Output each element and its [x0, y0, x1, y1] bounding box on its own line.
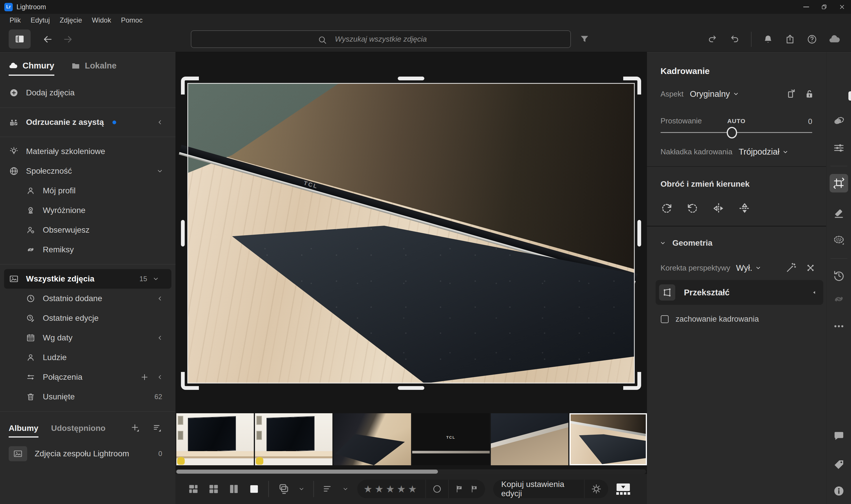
- chevron-down-icon[interactable]: [152, 275, 160, 283]
- filmstrip-thumb-2[interactable]: [255, 413, 333, 465]
- search-input[interactable]: [191, 31, 570, 48]
- remix-icon[interactable]: [830, 290, 848, 308]
- keep-crop-checkbox[interactable]: [661, 315, 669, 323]
- transform-row[interactable]: Przekształć: [656, 280, 823, 305]
- redo-icon[interactable]: [707, 34, 718, 45]
- crop-handle-bottom[interactable]: [398, 386, 424, 390]
- auto-perspective-wand-icon[interactable]: [785, 262, 797, 274]
- menu-pomoc[interactable]: Pomoc: [116, 15, 147, 26]
- more-icon[interactable]: [830, 317, 848, 336]
- crop-handle-right[interactable]: [637, 220, 641, 247]
- rotate-ccw-button[interactable]: [685, 200, 701, 216]
- rotate-cw-button[interactable]: [658, 200, 675, 216]
- star-icon[interactable]: ★: [364, 480, 375, 498]
- sidebar-item-wg-daty[interactable]: Wg daty: [0, 328, 175, 348]
- filmstrip-thumb-3[interactable]: [334, 413, 411, 465]
- search-box[interactable]: [191, 30, 571, 48]
- chevron-left-icon[interactable]: [156, 334, 164, 342]
- restore-button[interactable]: [815, 0, 833, 14]
- share-icon[interactable]: [784, 34, 796, 45]
- filmstrip-scrollbar[interactable]: [175, 469, 646, 474]
- tab-lokalne[interactable]: Lokalne: [71, 61, 117, 76]
- filmstrip-thumb-1[interactable]: [176, 413, 254, 465]
- menu-zdjęcie[interactable]: Zdjęcie: [55, 15, 87, 26]
- back-button[interactable]: [41, 33, 54, 46]
- edit-sliders-icon[interactable]: [830, 139, 848, 157]
- sidebar-item-wszystkie-zdjęcia[interactable]: Wszystkie zdjęcia15: [4, 269, 172, 289]
- straighten-auto-button[interactable]: AUTO: [660, 118, 812, 125]
- straighten-slider-knob[interactable]: [727, 127, 737, 139]
- sidebar-item-dodaj-zdjęcia[interactable]: Dodaj zdjęcia: [0, 83, 175, 103]
- flip-vertical-button[interactable]: [737, 200, 753, 216]
- menu-edytuj[interactable]: Edytuj: [26, 15, 55, 26]
- cloud-sync-icon[interactable]: [829, 33, 840, 46]
- tab-udostępniono[interactable]: Udostępniono: [51, 424, 106, 437]
- forward-button[interactable]: [61, 33, 74, 46]
- crop-handle-top-left[interactable]: [181, 76, 199, 94]
- keep-crop-row[interactable]: zachowanie kadrowania: [661, 315, 759, 324]
- flag-reject-icon[interactable]: [470, 485, 479, 493]
- sidebar-item-materiały-szkoleniowe[interactable]: Materiały szkoleniowe: [0, 142, 175, 161]
- chevron-left-icon[interactable]: [156, 373, 164, 381]
- add-album-icon[interactable]: [130, 423, 140, 433]
- flag-pick-icon[interactable]: [455, 485, 464, 493]
- sidebar-item-ostatnie-edycje[interactable]: Ostatnie edycje: [0, 308, 175, 328]
- comments-icon[interactable]: [830, 427, 848, 445]
- sidebar-item-odrzucanie-z-asystą[interactable]: Odrzucanie z asystą: [0, 112, 175, 132]
- star-icon[interactable]: ★: [375, 480, 386, 498]
- presets-icon[interactable]: [830, 111, 848, 130]
- sidebar-item-zdjęcia-zespołu-lightroom[interactable]: Zdjęcia zespołu Lightroom0: [0, 446, 175, 461]
- star-icon[interactable]: ★: [397, 480, 408, 498]
- chevron-down-icon[interactable]: [342, 485, 349, 493]
- add-icon[interactable]: [140, 373, 149, 381]
- photo-crop-area[interactable]: TCL: [187, 83, 635, 383]
- menu-widok[interactable]: Widok: [87, 15, 116, 26]
- menu-plik[interactable]: Plik: [5, 15, 26, 26]
- compare-view-icon[interactable]: [228, 483, 240, 495]
- flip-horizontal-button[interactable]: [710, 200, 727, 216]
- sidebar-item-remiksy[interactable]: Remiksy: [0, 240, 175, 259]
- help-icon[interactable]: [806, 34, 817, 45]
- crop-icon[interactable]: [830, 174, 848, 193]
- sidebar-toggle-button[interactable]: [9, 30, 31, 49]
- notifications-icon[interactable]: [763, 34, 774, 45]
- chevron-down-icon[interactable]: [156, 167, 164, 175]
- sidebar-item-społeczność[interactable]: Społeczność: [0, 161, 175, 181]
- sidebar-item-mój-profil[interactable]: Mój profil: [0, 181, 175, 201]
- rotate-crop-icon[interactable]: [784, 88, 796, 100]
- tab-albumy[interactable]: Albumy: [9, 424, 38, 437]
- color-label-circle[interactable]: [426, 480, 448, 498]
- sidebar-item-połączenia[interactable]: Połączenia: [0, 367, 175, 387]
- star-icon[interactable]: ★: [386, 480, 397, 498]
- sidebar-item-obserwujesz[interactable]: Obserwujesz: [0, 220, 175, 240]
- tab-chmury[interactable]: Chmury: [9, 61, 54, 76]
- copy-settings-button[interactable]: Kopiuj ustawienia edycji: [493, 480, 584, 498]
- sidebar-item-wyróżnione[interactable]: Wyróżnione: [0, 201, 175, 220]
- filmstrip-thumb-6-selected[interactable]: [569, 413, 647, 465]
- sidebar-item-ostatnio-dodane[interactable]: Ostatnio dodane: [0, 289, 175, 308]
- overlay-dropdown[interactable]: Trójpodział: [739, 147, 790, 157]
- crop-handle-top-right[interactable]: [623, 76, 641, 94]
- undo-icon[interactable]: [729, 34, 740, 45]
- sidebar-item-ludzie[interactable]: Ludzie: [0, 348, 175, 367]
- sort-albums-icon[interactable]: [152, 423, 162, 433]
- versions-icon[interactable]: [830, 267, 848, 285]
- minimize-button[interactable]: [797, 0, 815, 14]
- detail-view-icon[interactable]: [248, 483, 260, 495]
- sort-icon[interactable]: [322, 483, 334, 495]
- sidebar-item-usunięte[interactable]: Usunięte62: [0, 387, 175, 407]
- chevron-left-icon[interactable]: [156, 118, 164, 126]
- healing-icon[interactable]: [830, 203, 848, 222]
- close-button[interactable]: [833, 0, 851, 14]
- copy-settings-options-button[interactable]: [584, 480, 608, 498]
- perspective-dropdown[interactable]: Wył.: [736, 263, 762, 273]
- info-icon[interactable]: [830, 482, 848, 500]
- grid-mosaic-view-icon[interactable]: [187, 483, 199, 495]
- filter-icon[interactable]: [579, 34, 590, 45]
- crop-handle-left[interactable]: [181, 220, 185, 247]
- chevron-down-icon[interactable]: [298, 485, 305, 493]
- keywords-icon[interactable]: [830, 455, 848, 474]
- device-preview-icon[interactable]: [277, 483, 290, 495]
- crop-handle-bottom-right[interactable]: [623, 372, 641, 390]
- guided-upright-icon[interactable]: [805, 262, 816, 274]
